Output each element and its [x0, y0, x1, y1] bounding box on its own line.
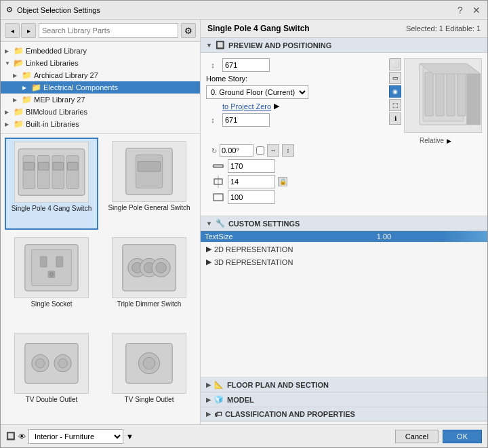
layer-select[interactable]: Interior - Furniture [28, 429, 123, 444]
help-button[interactable]: ? [455, 5, 466, 16]
svg-point-29 [58, 359, 68, 368]
nav-back-button[interactable]: ◂ [5, 23, 20, 38]
bottom-icon: 🔲 [6, 432, 16, 441]
custom-section-label: CUSTOM SETTINGS [228, 220, 300, 228]
dim-rows: 🔒 [206, 159, 482, 210]
view-side-button[interactable]: ▭ [389, 72, 401, 84]
custom-table: TextSize 1.00 [201, 231, 487, 243]
chevron-icon: ▶ [22, 85, 29, 91]
height-arrow-icon: ↕ [206, 58, 220, 72]
subsection-3d[interactable]: ▶ 3D REPRESENTATION [201, 256, 487, 268]
title-bar-left: ⚙ Object Selection Settings [6, 5, 100, 14]
grid-item-tv-single[interactable]: TV Single Outlet [102, 329, 196, 420]
sections-area: ▼ 🔲 PREVIEW AND POSITIONING ↕ [201, 38, 487, 424]
svg-rect-3 [37, 156, 49, 189]
preview-content: ↕ Home Story: 0. Ground Floor (Current) [201, 53, 487, 216]
view-info-button[interactable]: ℹ [389, 113, 401, 125]
mirror-y-button[interactable]: ↕ [282, 144, 294, 157]
subsection-2d[interactable]: ▶ 2D REPRESENTATION [201, 243, 487, 256]
width-dim-row [211, 159, 476, 173]
folder-icon: 📁 [22, 95, 32, 104]
main-content: ◂ ▸ ⚙ ▶ 📁 Embedded Library ▼ 📂 Linked Li… [1, 20, 487, 424]
preview-image-area: ⬜ ▭ ◉ ⬚ ℹ [389, 58, 482, 144]
grid-item-socket[interactable]: Single Socket [5, 234, 98, 325]
cancel-button[interactable]: Cancel [395, 430, 439, 443]
tree-item-linked[interactable]: ▼ 📂 Linked Libraries [1, 57, 200, 69]
title-bar: ⚙ Object Selection Settings ? ✕ [1, 1, 487, 20]
table-row-textsize[interactable]: TextSize 1.00 [201, 231, 487, 243]
view-front-button[interactable]: ◉ [389, 85, 401, 98]
chevron-icon: ▶ [5, 109, 12, 115]
height2-arrow-icon: ↕ [206, 113, 220, 127]
floor-plan-section-label: FLOOR PLAN AND SECTION [227, 381, 329, 389]
search-input[interactable] [39, 23, 178, 38]
settings-gear-button[interactable]: ⚙ [181, 23, 196, 38]
tree-label-electrical: Electrical Components [43, 83, 118, 91]
right-panel: Single Pole 4 Gang Switch Selected: 1 Ed… [201, 20, 487, 424]
subsection-2d-label: 2D REPRESENTATION [214, 245, 293, 253]
preview-icon: 🔲 [216, 41, 225, 49]
depth-input[interactable] [228, 175, 275, 188]
width-input[interactable] [228, 159, 275, 173]
tree-item-embedded[interactable]: ▶ 📁 Embedded Library [1, 45, 200, 57]
grid-item-tv-double[interactable]: TV Double Outlet [5, 329, 98, 420]
chevron-icon: ▶ [5, 121, 12, 127]
svg-rect-4 [38, 162, 49, 170]
tree-item-electrical[interactable]: ▶ 📁 Electrical Components [1, 81, 200, 94]
view-3d-button[interactable]: ⬚ [389, 99, 401, 111]
svg-rect-14 [40, 257, 47, 268]
custom-settings-content: TextSize 1.00 ▶ 2D REPRESENTATION ▶ 3D R… [201, 231, 487, 378]
svg-rect-37 [447, 73, 455, 116]
to-project-zero-button[interactable]: to Project Zero [222, 102, 271, 110]
item-label-general: Single Pole General Switch [108, 204, 190, 211]
relative-arrow-icon: ▶ [447, 138, 451, 144]
bottom-bar: 🔲 👁 Interior - Furniture ▼ Cancel OK [1, 424, 487, 447]
classification-section-header[interactable]: ▶ 🏷 CLASSIFICATION AND PROPERTIES [201, 407, 487, 422]
nav-forward-button[interactable]: ▸ [21, 23, 36, 38]
home-story-select[interactable]: 0. Ground Floor (Current) [206, 85, 308, 99]
rotation-input[interactable] [220, 144, 253, 157]
thumb-general [112, 141, 186, 202]
grid-item-general[interactable]: Single Pole General Switch [102, 138, 196, 230]
tree-label-linked: Linked Libraries [26, 59, 79, 67]
view-top-button[interactable]: ⬜ [389, 58, 401, 70]
eye-icon: 👁 [18, 432, 26, 441]
chevron-icon: ▶ [13, 73, 20, 79]
thumb-dimmer [112, 237, 186, 298]
grid-item-dimmer[interactable]: Triple Dimmer Switch [102, 234, 196, 325]
close-button[interactable]: ✕ [471, 5, 482, 16]
tree-label-archicad: Archicad Library 27 [34, 71, 98, 79]
floor-plan-section-header[interactable]: ▶ 📐 FLOOR PLAN AND SECTION [201, 378, 487, 392]
angle-input[interactable] [228, 190, 275, 204]
preview-box [404, 58, 482, 133]
relative-label: Relative [420, 137, 444, 144]
grid-item-4gang[interactable]: Single Pole 4 Gang Switch [5, 138, 98, 230]
tree-item-bimcloud[interactable]: ▶ 📁 BIMcloud Libraries [1, 106, 200, 118]
rotation-row: ↻ ↔ ↕ [206, 144, 482, 159]
object-selected-info: Selected: 1 Editable: 1 [406, 24, 481, 33]
empty-space [201, 268, 487, 377]
svg-rect-7 [66, 156, 79, 189]
lock-proportions-button[interactable]: 🔒 [278, 177, 287, 186]
preview-section-header[interactable]: ▼ 🔲 PREVIEW AND POSITIONING [201, 38, 487, 53]
ok-button[interactable]: OK [443, 430, 482, 443]
collapse-icon: ▶ [206, 396, 211, 403]
tree-item-archicad[interactable]: ▶ 📁 Archicad Library 27 [1, 69, 200, 81]
tree-item-builtin[interactable]: ▶ 📁 Built-in Libraries [1, 118, 200, 130]
model-section-header[interactable]: ▶ 🧊 MODEL [201, 392, 487, 407]
height2-input[interactable] [222, 113, 270, 127]
height-input[interactable] [222, 58, 270, 72]
prop-name-textsize: TextSize [201, 231, 373, 243]
svg-rect-2 [24, 162, 35, 170]
thumb-tv-single [112, 333, 186, 394]
bottom-left: 🔲 👁 Interior - Furniture ▼ [6, 429, 134, 444]
mirror-checkbox[interactable] [256, 146, 264, 155]
chevron-2d-icon: ▶ [206, 245, 211, 253]
svg-rect-6 [53, 162, 64, 170]
tree-item-mep[interactable]: ▶ 📁 MEP Library 27 [1, 94, 200, 106]
mirror-x-button[interactable]: ↔ [267, 144, 279, 157]
arrow-right-icon: ▶ [274, 102, 279, 110]
preview-left: ↕ Home Story: 0. Ground Floor (Current) [206, 58, 384, 127]
custom-settings-header[interactable]: ▼ 🔧 CUSTOM SETTINGS [201, 216, 487, 231]
angle-icon [211, 190, 225, 204]
